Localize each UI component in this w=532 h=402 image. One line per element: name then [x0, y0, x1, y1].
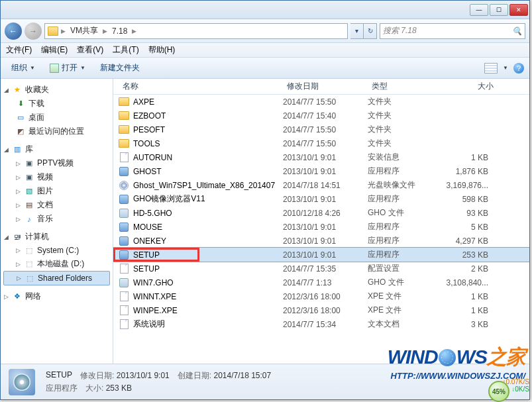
file-row[interactable]: WINPE.XPE2012/3/16 18:00XPE 文件1 KB [113, 303, 529, 317]
computer-icon: 🖳 [12, 232, 23, 242]
desktop-icon: ▭ [15, 113, 26, 123]
navbar: ← → ▶ VM共享 ▶ 7.18 ▶ ▾ ↻ 搜索 7.18 🔍 [1, 19, 529, 43]
file-date: 2012/3/16 18:00 [283, 306, 368, 315]
sidebar-item-pictures[interactable]: ▷▧图片 [3, 184, 110, 198]
file-row[interactable]: AUTORUN2013/10/1 9:01安装信息1 KB [113, 150, 529, 164]
file-type: 文本文档 [368, 319, 439, 330]
file-icon [119, 166, 129, 177]
file-type: 光盘映像文件 [368, 179, 439, 191]
col-header-size[interactable]: 大小 [439, 81, 498, 92]
col-header-name[interactable]: 名称 [119, 81, 283, 92]
sidebar-network-header[interactable]: ▷❖网络 [3, 289, 110, 303]
sidebar-item-shared-folders[interactable]: ▷⬚Shared Folders [3, 271, 110, 285]
sidebar-item-videos[interactable]: ▷▣视频 [3, 170, 110, 184]
forward-button[interactable]: → [25, 23, 42, 40]
file-size: 3,108,840... [439, 278, 498, 287]
video-icon: ▣ [24, 172, 34, 183]
file-date: 2014/7/7 15:50 [283, 97, 368, 107]
breadcrumb-segment[interactable]: VM共享 [68, 25, 100, 36]
back-button[interactable]: ← [5, 23, 22, 40]
menu-view[interactable]: 查看(V) [77, 44, 103, 56]
titlebar: — ☐ ✕ [1, 1, 529, 19]
file-size: 1 KB [439, 153, 498, 162]
file-row[interactable]: EZBOOT2014/7/7 15:40文件夹 [113, 109, 529, 123]
file-date: 2013/10/1 9:01 [283, 250, 368, 260]
col-header-date[interactable]: 修改日期 [283, 81, 368, 92]
file-icon [119, 111, 129, 121]
sidebar-item-downloads[interactable]: ⬇下载 [3, 97, 110, 111]
search-input[interactable]: 搜索 7.18 🔍 [380, 23, 525, 39]
file-row[interactable]: HD-5.GHO2010/12/18 4:26GHO 文件93 KB [113, 206, 529, 220]
drive-icon: ⬚ [24, 245, 34, 256]
open-button[interactable]: 打开▼ [44, 60, 91, 75]
search-icon[interactable]: 🔍 [512, 26, 522, 36]
address-bar[interactable]: ▶ VM共享 ▶ 7.18 ▶ [44, 23, 348, 39]
sidebar-libraries-header[interactable]: ◢▥库 [3, 142, 110, 156]
file-icon [119, 277, 129, 288]
file-name: WINPE.XPE [133, 306, 178, 315]
close-button[interactable]: ✕ [509, 4, 528, 16]
file-name: SETUP [133, 264, 160, 274]
minimize-button[interactable]: — [470, 4, 488, 16]
chevron-right-icon[interactable]: ▶ [103, 28, 107, 34]
menu-tools[interactable]: 工具(T) [113, 44, 138, 56]
chevron-down-icon[interactable]: ▼ [503, 65, 508, 71]
menu-file[interactable]: 文件(F) [6, 44, 32, 56]
maximize-button[interactable]: ☐ [490, 4, 508, 16]
file-size: 5 KB [439, 223, 498, 232]
file-row[interactable]: SETUP2014/7/7 15:35配置设置2 KB [113, 262, 529, 276]
sidebar-item-drive-c[interactable]: ▷⬚System (C:) [3, 244, 110, 257]
new-folder-button[interactable]: 新建文件夹 [95, 60, 145, 75]
organize-button[interactable]: 组织▼ [6, 60, 40, 75]
recent-icon: ◩ [15, 126, 26, 137]
file-date: 2013/10/1 9:01 [283, 167, 368, 176]
file-row[interactable]: WIN7.GHO2014/7/7 1:13GHO 文件3,108,840... [113, 276, 529, 289]
file-icon [119, 291, 129, 302]
sidebar-item-recent[interactable]: ◩最近访问的位置 [3, 125, 110, 138]
file-row[interactable]: ONEKEY2013/10/1 9:01应用程序4,297 KB [113, 234, 529, 248]
menu-help[interactable]: 帮助(H) [148, 44, 176, 56]
file-row[interactable]: SETUP2013/10/1 9:01应用程序253 KB [113, 248, 529, 262]
file-size: 3 KB [439, 320, 498, 329]
file-row[interactable]: PESOFT2014/7/7 15:50文件夹 [113, 123, 529, 136]
sidebar-computer-header[interactable]: ◢🖳计算机 [3, 230, 110, 244]
file-row[interactable]: AXPE2014/7/7 15:50文件夹 [113, 95, 529, 109]
view-mode-button[interactable] [484, 63, 498, 74]
toolbar: 组织▼ 打开▼ 新建文件夹 ▼ ? [1, 58, 529, 79]
sidebar-item-drive-d[interactable]: ▷⬚本地磁盘 (D:) [3, 257, 110, 271]
sidebar-item-documents[interactable]: ▷▤文档 [3, 198, 110, 212]
chevron-right-icon[interactable]: ▶ [132, 28, 136, 34]
refresh-button[interactable]: ↻ [364, 23, 377, 39]
file-size: 1 KB [439, 306, 498, 315]
file-name: 系统说明 [133, 319, 165, 330]
sidebar-item-desktop[interactable]: ▭桌面 [3, 111, 110, 125]
file-date: 2013/10/1 9:01 [283, 236, 368, 246]
breadcrumb-segment[interactable]: 7.18 [110, 26, 129, 36]
file-size: 1,876 KB [439, 167, 498, 176]
file-row[interactable]: MOUSE2013/10/1 9:01应用程序5 KB [113, 220, 529, 234]
file-date: 2014/7/7 15:50 [283, 139, 368, 148]
file-row[interactable]: Ghost_Win7SP1_Ultimate_X86_2014072014/7/… [113, 178, 529, 192]
file-type: 文件夹 [368, 110, 439, 121]
sidebar-item-pptv[interactable]: ▷▣PPTV视频 [3, 156, 110, 170]
file-row[interactable]: GHOST2013/10/1 9:01应用程序1,876 KB [113, 164, 529, 178]
col-header-type[interactable]: 类型 [368, 81, 439, 92]
status-filename: SETUP [46, 370, 72, 381]
address-dropdown[interactable]: ▾ [350, 23, 364, 39]
picture-icon: ▧ [24, 186, 34, 197]
help-icon[interactable]: ? [513, 63, 524, 74]
chevron-down-icon: ▼ [80, 65, 85, 71]
file-row[interactable]: TOOLS2014/7/7 15:50文件夹 [113, 136, 529, 150]
file-row[interactable]: GHO镜像浏览器V112013/10/1 9:01应用程序598 KB [113, 192, 529, 206]
open-icon [50, 64, 59, 73]
file-icon [119, 264, 129, 274]
chevron-right-icon[interactable]: ▶ [61, 28, 66, 34]
sidebar-favorites-header[interactable]: ◢★收藏夹 [3, 83, 110, 97]
file-row[interactable]: WINNT.XPE2012/3/16 18:00XPE 文件1 KB [113, 289, 529, 303]
file-date: 2014/7/18 14:51 [283, 181, 368, 190]
sidebar-item-music[interactable]: ▷♪音乐 [3, 212, 110, 226]
file-name: WINNT.XPE [133, 292, 176, 301]
file-list[interactable]: AXPE2014/7/7 15:50文件夹EZBOOT2014/7/7 15:4… [113, 95, 529, 364]
file-row[interactable]: 系统说明2014/7/7 15:34文本文档3 KB [113, 317, 529, 331]
menu-edit[interactable]: 编辑(E) [41, 44, 68, 56]
